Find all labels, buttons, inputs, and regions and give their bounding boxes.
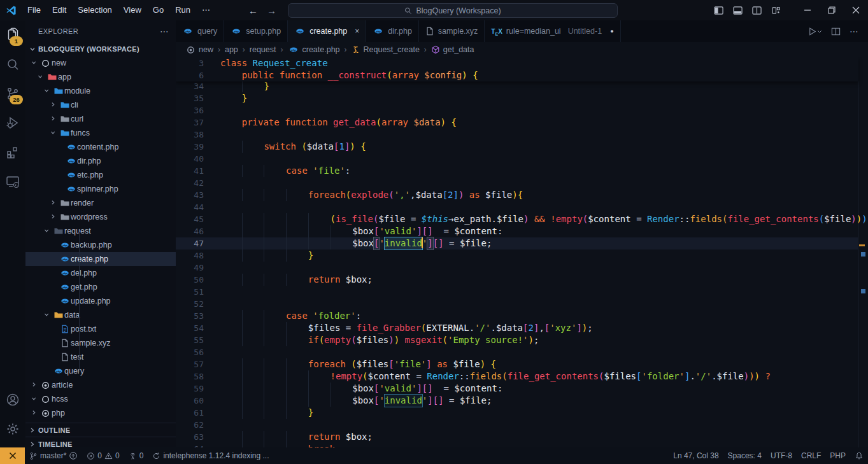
toggle-secondary-sidebar-icon[interactable]	[748, 0, 765, 20]
activity-settings-icon[interactable]	[0, 414, 25, 444]
menu-[interactable]: ⋯	[196, 3, 216, 17]
tab-dir-php[interactable]: phpdir.php	[366, 20, 419, 42]
status-language-status[interactable]: intelephense 1.12.4 indexing ...	[148, 447, 273, 464]
error-icon	[87, 452, 95, 460]
tab-sublabel: Untitled-1	[568, 27, 602, 36]
run-button[interactable]	[808, 27, 822, 36]
activity-search-icon[interactable]	[0, 50, 25, 79]
status-indentation[interactable]: Spaces: 4	[723, 447, 766, 464]
menu-file[interactable]: File	[22, 3, 46, 17]
menu-selection[interactable]: Selection	[72, 3, 117, 17]
tree-item-render[interactable]: render	[25, 196, 176, 210]
minimize-button[interactable]	[795, 0, 820, 20]
menu-edit[interactable]: Edit	[46, 3, 72, 17]
breadcrumb-item-create-php[interactable]: phpcreate.php	[288, 45, 340, 54]
tree-item-post-txt[interactable]: post.txt	[25, 322, 176, 336]
toggle-panel-icon[interactable]	[729, 0, 746, 20]
tab-query[interactable]: phpquery	[176, 20, 224, 42]
tree-item-test[interactable]: test	[25, 350, 176, 364]
folder-icon	[59, 212, 71, 222]
status-label: 0	[115, 451, 120, 460]
tree-item-funcs[interactable]: funcs	[25, 126, 176, 140]
tree-item-article[interactable]: article	[25, 378, 176, 392]
code-editor[interactable]: 34}35}3637private function get_data(arra…	[176, 57, 868, 447]
activity-remote-explorer-icon[interactable]	[0, 167, 25, 196]
code-line-46: 46$box['valid'][] = $content:	[176, 225, 858, 237]
folder-icon	[52, 86, 64, 96]
tree-item-backup-php[interactable]: phpbackup.php	[25, 238, 176, 252]
close-tab-icon[interactable]: ×	[355, 27, 359, 36]
tree-item-data[interactable]: data	[25, 308, 176, 322]
editor-scrollbar[interactable]	[858, 57, 868, 447]
tree-item-php[interactable]: php	[25, 406, 176, 420]
tab-create-php[interactable]: phpcreate.php×	[288, 20, 366, 42]
tree-item-hcss[interactable]: hcss	[25, 392, 176, 406]
tab-setup-php[interactable]: phpsetup.php	[224, 20, 288, 42]
line-number: 60	[176, 395, 204, 407]
split-editor-button[interactable]	[831, 27, 841, 36]
breadcrumb-item-app[interactable]: app	[225, 45, 238, 54]
activity-run-debug-icon[interactable]	[0, 108, 25, 137]
modified-dot-icon[interactable]: ●	[610, 28, 613, 34]
timeline-section-header[interactable]: TIMELINE	[25, 437, 176, 447]
command-center-search[interactable]: BlogQuery (Workspace)	[288, 3, 618, 18]
tree-item-wordpress[interactable]: wordpress	[25, 210, 176, 224]
breadcrumb-item-Request-create[interactable]: Request_create	[352, 45, 420, 54]
tree-item-sample-xyz[interactable]: sample.xyz	[25, 336, 176, 350]
status-label: PHP	[830, 451, 846, 460]
status-problems[interactable]: 00	[82, 447, 124, 464]
tree-item-module[interactable]: module	[25, 84, 176, 98]
tree-item-update-php[interactable]: phpupdate.php	[25, 294, 176, 308]
nav-forward-button[interactable]: →	[267, 5, 276, 16]
explorer-more-actions-button[interactable]: ⋯	[160, 26, 169, 36]
nav-back-button[interactable]: ←	[248, 5, 258, 16]
activity-explorer-icon[interactable]: 1	[0, 20, 25, 50]
tree-item-content-php[interactable]: phpcontent.php	[25, 140, 176, 154]
status-encoding[interactable]: UTF-8	[766, 447, 797, 464]
breadcrumb-separator: ›	[218, 45, 220, 54]
outline-section-header[interactable]: OUTLINE	[25, 423, 176, 437]
close-button[interactable]	[844, 0, 868, 20]
status-language-mode[interactable]: PHP	[825, 447, 850, 464]
tree-item-del-php[interactable]: phpdel.php	[25, 266, 176, 280]
tree-item-new[interactable]: new	[25, 56, 176, 70]
activity-extensions-icon[interactable]	[0, 137, 25, 167]
breadcrumb-label: Request_create	[364, 45, 420, 54]
customize-layout-icon[interactable]	[767, 0, 784, 20]
toggle-sidebar-icon[interactable]	[710, 0, 727, 20]
tree-item-spinner-php[interactable]: phpspinner.php	[25, 182, 176, 196]
tree-item-cli[interactable]: cli	[25, 98, 176, 112]
tree-item-query[interactable]: phpquery	[25, 364, 176, 378]
status-notifications[interactable]	[850, 447, 868, 464]
line-number: 59	[176, 383, 204, 395]
breadcrumb-item-new[interactable]: new	[186, 45, 213, 55]
tab-sample-xyz[interactable]: sample.xyz	[419, 20, 485, 42]
menu-run[interactable]: Run	[169, 3, 196, 17]
tree-item-app[interactable]: app	[25, 70, 176, 84]
line-number: 52	[176, 298, 204, 310]
tree-item-curl[interactable]: curl	[25, 112, 176, 126]
remote-indicator[interactable]	[0, 447, 25, 464]
tree-item-request[interactable]: request	[25, 224, 176, 238]
tree-item-get-php[interactable]: phpget.php	[25, 280, 176, 294]
status-branch[interactable]: master*	[25, 447, 82, 464]
activity-accounts-icon[interactable]	[0, 385, 25, 414]
breadcrumb-separator: ›	[281, 45, 283, 54]
tab-rule-median-ui[interactable]: TEXrule=median_uiUntitled-1●	[485, 20, 620, 42]
restore-button[interactable]	[820, 0, 844, 20]
tree-item-etc-php[interactable]: phpetc.php	[25, 168, 176, 182]
workspace-section-header[interactable]: BLOGQUERY (WORKSPACE)	[25, 42, 176, 56]
menu-go[interactable]: Go	[147, 3, 169, 17]
status-cursor-position[interactable]: Ln 47, Col 38	[669, 447, 723, 464]
status-ports[interactable]: 0	[124, 447, 148, 464]
breadcrumb-item-get-data[interactable]: get_data	[431, 45, 474, 54]
activity-source-control-icon[interactable]: 26	[0, 79, 25, 108]
menu-view[interactable]: View	[118, 3, 147, 17]
more-actions-button[interactable]: ⋯	[850, 26, 859, 36]
status-eol[interactable]: CRLF	[797, 447, 825, 464]
breadcrumb-item-request[interactable]: request	[250, 45, 276, 54]
code-line-51: 51	[176, 286, 858, 298]
sticky-scroll: 3class Request_create6public function __…	[176, 57, 858, 81]
tree-item-dir-php[interactable]: phpdir.php	[25, 154, 176, 168]
tree-item-create-php[interactable]: phpcreate.php	[25, 252, 176, 266]
